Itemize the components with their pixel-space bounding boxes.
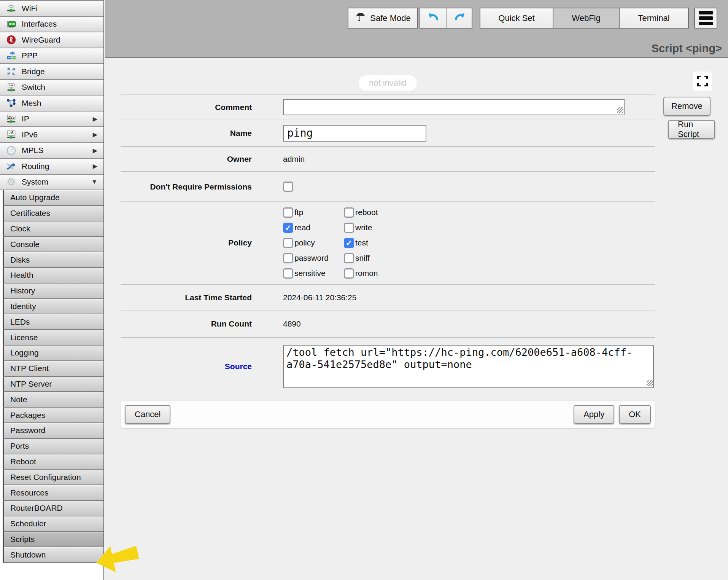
- sidebar-item-routing[interactable]: Routing ▶: [0, 159, 103, 175]
- wireguard-icon: [5, 34, 17, 46]
- last-time-started-row: Last Time Started 2024-06-11 20:36:25: [121, 284, 655, 310]
- system-icon: ⚙: [5, 176, 17, 188]
- tab-quick-set[interactable]: Quick Set: [480, 8, 553, 29]
- main-area: Safe Mode Quick Set WebFig Terminal Scri…: [105, 0, 728, 580]
- policy-option-policy[interactable]: ✓ policy: [283, 238, 344, 248]
- dont-require-permissions-row: Don't Require Permissions ✓: [121, 171, 655, 201]
- source-input[interactable]: /tool fetch url="https://hc-ping.com/620…: [283, 345, 654, 388]
- sidebar: WiFi Interfaces WireGuard PPP: [0, 0, 104, 580]
- sidebar-subitem-certificates[interactable]: Certificates: [3, 206, 103, 221]
- redo-arrow-icon: [454, 11, 465, 25]
- sidebar-top-menu: WiFi Interfaces WireGuard PPP: [0, 1, 103, 190]
- sidebar-item-ppp[interactable]: PPP: [0, 48, 103, 64]
- run-script-button[interactable]: Run Script: [668, 120, 715, 139]
- wifi-icon: [5, 3, 17, 14]
- policy-option-read[interactable]: ✓ read: [283, 223, 344, 233]
- sidebar-subitem-ntp-server[interactable]: NTP Server: [3, 377, 103, 392]
- last-time-started-label: Last Time Started: [121, 293, 252, 302]
- expand-arrow-icon: ▼: [91, 178, 97, 185]
- sidebar-item-ip[interactable]: 255 IP ▶: [0, 112, 103, 127]
- name-label: Name: [121, 129, 252, 138]
- sidebar-subitem-resources[interactable]: Resources: [3, 485, 103, 501]
- sidebar-subitem-health[interactable]: Health: [3, 268, 103, 284]
- policy-option-test[interactable]: ✓ test: [344, 238, 410, 248]
- comment-input[interactable]: [283, 99, 625, 115]
- sidebar-subitem-routerboard[interactable]: RouterBOARD: [3, 501, 103, 516]
- sidebar-subitem-logging[interactable]: Logging: [3, 346, 103, 361]
- policy-option-sniff[interactable]: ✓ sniff: [344, 253, 410, 263]
- sidebar-subitem-ports[interactable]: Ports: [3, 439, 103, 454]
- cancel-button[interactable]: Cancel: [125, 405, 170, 424]
- umbrella-icon: [355, 11, 366, 25]
- sidebar-item-wireguard[interactable]: WireGuard: [0, 32, 103, 48]
- sidebar-subitem-history[interactable]: History: [3, 284, 103, 299]
- sidebar-item-wifi[interactable]: WiFi: [0, 1, 103, 17]
- policy-option-write[interactable]: ✓ write: [344, 223, 410, 233]
- policy-label: Policy: [121, 238, 252, 247]
- policy-option-reboot[interactable]: ✓ reboot: [344, 207, 410, 218]
- dont-require-permissions-label: Don't Require Permissions: [121, 182, 252, 191]
- mesh-icon: [5, 97, 17, 109]
- run-count-value: 4890: [283, 319, 301, 328]
- form-button-bar: Cancel Apply OK: [121, 401, 655, 428]
- ip-icon: 255: [5, 113, 17, 124]
- hamburger-menu-icon[interactable]: [694, 8, 717, 29]
- expand-arrow-icon: ▶: [93, 147, 97, 154]
- sidebar-subitem-note[interactable]: Note: [3, 392, 103, 408]
- policy-option-romon[interactable]: ✓ romon: [344, 268, 410, 279]
- ppp-icon: [5, 50, 17, 61]
- sidebar-subitem-console[interactable]: Console: [3, 237, 103, 252]
- sidebar-subitem-auto-upgrade[interactable]: Auto Upgrade: [3, 190, 103, 206]
- mpls-icon: [5, 145, 17, 156]
- redo-button[interactable]: [447, 8, 472, 29]
- sidebar-item-mesh[interactable]: Mesh: [0, 96, 103, 112]
- sidebar-item-system[interactable]: ⚙ System ▼: [0, 175, 103, 191]
- sidebar-subitem-reset-configuration[interactable]: Reset Configuration: [3, 470, 103, 485]
- dont-require-permissions-checkbox[interactable]: ✓: [283, 182, 293, 192]
- sidebar-subitem-disks[interactable]: Disks: [3, 252, 103, 268]
- name-input[interactable]: [283, 125, 426, 142]
- svg-text:✓6: ✓6: [9, 131, 13, 135]
- svg-text:255: 255: [8, 115, 15, 120]
- tab-webfig[interactable]: WebFig: [553, 8, 620, 29]
- routing-icon: [5, 161, 17, 172]
- sidebar-subitem-shutdown[interactable]: Shutdown: [3, 547, 103, 563]
- sidebar-subitem-scheduler[interactable]: Scheduler: [3, 516, 103, 532]
- policy-options-grid: ✓ ftp ✓ reboot ✓ read: [283, 207, 410, 279]
- ok-button[interactable]: OK: [619, 405, 651, 424]
- policy-option-sensitive[interactable]: ✓ sensitive: [283, 268, 344, 279]
- side-actions: Remove Run Script: [663, 97, 711, 143]
- remove-button[interactable]: Remove: [663, 97, 711, 116]
- sidebar-subitem-reboot[interactable]: Reboot: [3, 454, 103, 470]
- sidebar-item-bridge[interactable]: Bridge: [0, 64, 103, 80]
- sidebar-subitem-clock[interactable]: Clock: [3, 221, 103, 237]
- sidebar-subitem-packages[interactable]: Packages: [3, 408, 103, 423]
- sidebar-item-ipv6[interactable]: ✓6 IPv6 ▶: [0, 127, 103, 143]
- apply-button[interactable]: Apply: [574, 405, 614, 424]
- policy-row: Policy ✓ ftp ✓ reboot: [121, 201, 655, 284]
- sidebar-item-mpls[interactable]: MPLS ▶: [0, 143, 103, 159]
- sidebar-subitem-leds[interactable]: LEDs: [3, 314, 103, 330]
- sidebar-subitem-scripts[interactable]: Scripts: [3, 532, 103, 548]
- undo-button[interactable]: [420, 8, 447, 29]
- sidebar-subitem-identity[interactable]: Identity: [3, 299, 103, 315]
- policy-option-ftp[interactable]: ✓ ftp: [283, 207, 344, 218]
- sidebar-system-submenu: Auto Upgrade Certificates Clock Console …: [0, 190, 103, 563]
- sidebar-item-interfaces[interactable]: Interfaces: [0, 17, 103, 33]
- safe-mode-button[interactable]: Safe Mode: [348, 8, 418, 29]
- sidebar-item-switch[interactable]: Switch: [0, 80, 103, 96]
- sidebar-subitem-ntp-client[interactable]: NTP Client: [3, 361, 103, 377]
- tab-terminal[interactable]: Terminal: [619, 8, 689, 29]
- expand-arrow-icon: ▶: [93, 131, 97, 138]
- policy-option-password[interactable]: ✓ password: [283, 253, 344, 263]
- content-area: not invalid Comment Name Owner admin: [105, 58, 728, 579]
- top-header-band: Safe Mode Quick Set WebFig Terminal Scri…: [105, 0, 728, 58]
- run-count-row: Run Count 4890: [121, 310, 655, 337]
- sidebar-subitem-license[interactable]: License: [3, 330, 103, 346]
- fullscreen-icon[interactable]: [693, 72, 712, 91]
- page-title: Script <ping>: [652, 42, 722, 55]
- sidebar-subitem-password[interactable]: Password: [3, 423, 103, 439]
- script-form: not invalid Comment Name Owner admin: [121, 58, 655, 395]
- expand-arrow-icon: ▶: [93, 115, 97, 123]
- owner-value: admin: [283, 155, 305, 164]
